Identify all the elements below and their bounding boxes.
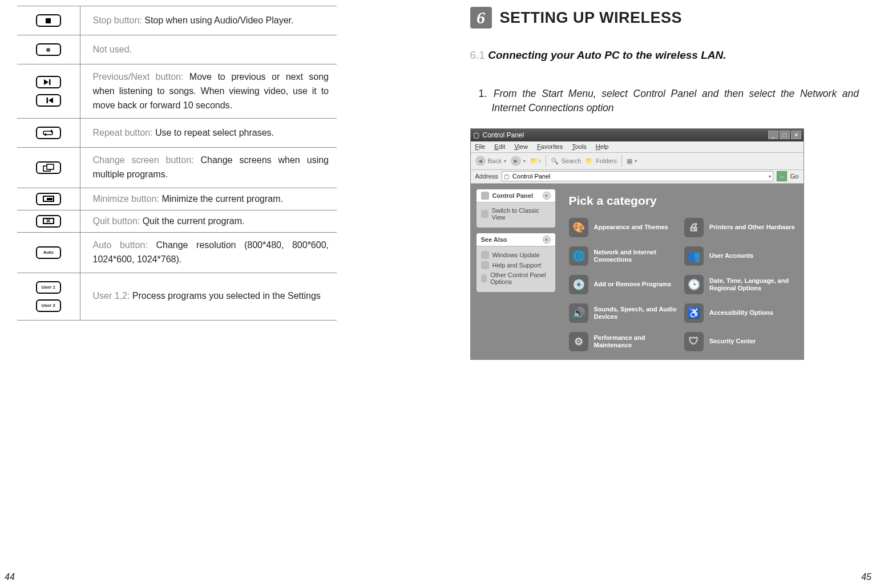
table-row: Minimize button: Minimize the current pr… (17, 188, 337, 210)
category-user-accounts[interactable]: 👥User Accounts (684, 246, 796, 266)
table-row: ✕ Quit button: Quit the current program. (17, 210, 337, 232)
icon-cell-user: User 1 User 2 (17, 273, 80, 320)
page-number-right: 45 (861, 572, 871, 582)
menu-file[interactable]: File (475, 143, 486, 150)
quit-icon: ✕ (36, 215, 61, 228)
maximize-window-button[interactable]: □ (780, 131, 790, 139)
chapter-number-badge: 6 (470, 7, 492, 29)
up-button[interactable]: 📁↑ (530, 157, 542, 165)
search-icon: 🔍 (551, 157, 559, 165)
category-grid: 🎨Appearance and Themes 🖨Printers and Oth… (569, 218, 796, 351)
back-icon: ◄ (475, 156, 486, 166)
switch-classic-view-link[interactable]: Switch to Classic View (481, 206, 551, 222)
svg-rect-7 (47, 164, 54, 169)
row-detail: Minimize the current program. (162, 194, 283, 204)
folder-up-icon: 📁↑ (530, 157, 542, 165)
row-detail: Quit the current program. (143, 216, 245, 226)
row-label: Previous/Next button: (93, 72, 189, 82)
desc-cell: Repeat button: Use to repeat select phra… (80, 119, 337, 148)
step-text: 1. From the Start Menu, select Control P… (470, 87, 859, 116)
row-detail: Use to repeat select phrases. (155, 128, 274, 137)
svg-marker-3 (49, 98, 53, 103)
minimize-icon (36, 193, 61, 205)
next-icon (36, 76, 61, 88)
category-network[interactable]: 🌐Network and Internet Connections (569, 246, 680, 266)
icon-cell-stop (17, 6, 80, 35)
forward-icon: ► (511, 156, 521, 166)
go-button[interactable]: → (777, 171, 787, 181)
page-right: 6 SETTING UP WIRELESS 6.1 Connecting you… (438, 0, 877, 588)
search-button[interactable]: 🔍Search (551, 157, 581, 165)
views-button[interactable]: ▦ ▾ (627, 157, 637, 165)
row-label: Minimize button: (93, 194, 162, 204)
row-label: Stop button: (93, 15, 145, 25)
menu-help[interactable]: Help (596, 143, 609, 150)
window-title: Control Panel (483, 131, 524, 139)
table-row: Stop button: Stop when using Audio/Video… (17, 6, 337, 35)
address-dropdown-icon[interactable]: ▾ (769, 174, 771, 179)
category-performance[interactable]: ⚙Performance and Maintenance (569, 332, 680, 351)
auto-icon: Auto (36, 246, 61, 259)
category-security[interactable]: 🛡Security Center (684, 332, 796, 351)
collapse-icon[interactable]: « (543, 192, 551, 200)
forward-button[interactable]: ► ▾ (511, 156, 526, 166)
menu-favorites[interactable]: Favorites (537, 143, 563, 150)
category-appearance[interactable]: 🎨Appearance and Themes (569, 218, 680, 237)
svg-rect-2 (46, 98, 48, 103)
row-label: Repeat button: (93, 128, 155, 137)
row-detail: Process programs you selected in the Set… (132, 291, 321, 301)
back-button[interactable]: ◄Back ▾ (475, 156, 506, 166)
menu-tools[interactable]: Tools (572, 143, 587, 150)
chapter-title: SETTING UP WIRELESS (500, 9, 683, 27)
add-remove-icon: 💿 (569, 275, 588, 294)
other-options-link[interactable]: Other Control Panel Options (481, 270, 551, 286)
row-label: User 1,2: (93, 291, 132, 301)
close-window-button[interactable]: ✕ (791, 131, 801, 139)
toolbar: ◄Back ▾ ► ▾ 📁↑ 🔍Search 📁Folders ▦ ▾ (471, 153, 804, 170)
printers-icon: 🖨 (684, 218, 704, 237)
category-sounds[interactable]: 🔊Sounds, Speech, and Audio Devices (569, 303, 680, 323)
menubar[interactable]: File Edit View Favorites Tools Help (471, 141, 804, 153)
category-printers[interactable]: 🖨Printers and Other Hardware (684, 218, 796, 237)
table-row: Previous/Next button: Move to previous o… (17, 64, 337, 119)
side-panel-head[interactable]: See Also « (477, 233, 555, 246)
switch-view-icon (481, 210, 489, 218)
category-add-remove[interactable]: 💿Add or Remove Programs (569, 275, 680, 294)
main-pane: Pick a category 🎨Appearance and Themes 🖨… (561, 184, 804, 359)
menu-view[interactable]: View (514, 143, 528, 150)
section-heading: 6.1 Connecting your Auto PC to the wirel… (470, 49, 859, 62)
address-input[interactable] (502, 171, 773, 181)
help-support-link[interactable]: Help and Support (481, 260, 551, 270)
collapse-icon[interactable]: « (543, 236, 551, 244)
icon-cell-notused (17, 35, 80, 64)
security-icon: 🛡 (684, 332, 704, 351)
row-label: Quit button: (93, 216, 143, 226)
date-time-icon: 🕒 (684, 275, 704, 294)
control-panel-window: ▢ Control Panel _ □ ✕ File Edit View Fav… (470, 128, 804, 360)
button-reference-table: Stop button: Stop when using Audio/Video… (17, 6, 337, 321)
icon-cell-auto: Auto (17, 232, 80, 273)
category-accessibility[interactable]: ♿Accessibility Options (684, 303, 796, 323)
titlebar[interactable]: ▢ Control Panel _ □ ✕ (471, 129, 804, 141)
stop-icon (36, 14, 61, 27)
desc-cell: Minimize button: Minimize the current pr… (80, 188, 337, 210)
icon-cell-repeat (17, 119, 80, 148)
chapter-heading: 6 SETTING UP WIRELESS (470, 7, 859, 29)
user2-icon: User 2 (36, 299, 61, 312)
windows-update-link[interactable]: Windows Update (481, 250, 551, 260)
control-panel-icon (481, 192, 489, 200)
side-panel-head[interactable]: Control Panel « (477, 189, 555, 202)
svg-marker-0 (44, 79, 49, 85)
appearance-icon: 🎨 (569, 218, 588, 237)
folders-icon: 📁 (586, 157, 594, 165)
window-body: Control Panel « Switch to Classic View S… (471, 184, 804, 359)
desc-cell: Change screen button: Change screens whe… (80, 148, 337, 188)
folders-button[interactable]: 📁Folders (586, 157, 617, 165)
minimize-window-button[interactable]: _ (768, 131, 778, 139)
user-accounts-icon: 👥 (684, 246, 704, 266)
table-row: User 1 User 2 User 1,2: Process programs… (17, 273, 337, 320)
menu-edit[interactable]: Edit (494, 143, 505, 150)
category-date-time[interactable]: 🕒Date, Time, Language, and Regional Opti… (684, 275, 796, 294)
performance-icon: ⚙ (569, 332, 588, 351)
table-row: Auto Auto button: Change resolution (800… (17, 232, 337, 273)
